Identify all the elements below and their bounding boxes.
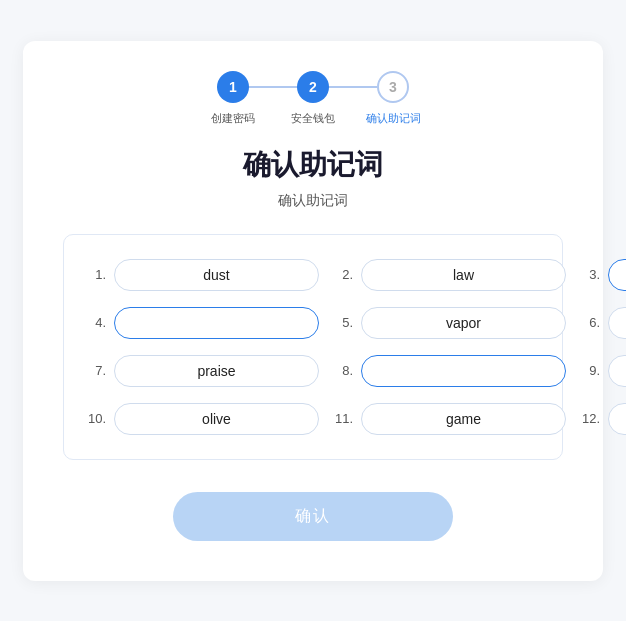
step-1-circle: 1 [217,71,249,103]
word-number-4: 4. [84,315,106,330]
word-input-6[interactable] [608,307,626,339]
word-item-2: 2. [331,259,566,291]
word-item-5: 5. [331,307,566,339]
word-number-2: 2. [331,267,353,282]
word-input-3[interactable] [608,259,626,291]
stepper-labels: 创建密码 安全钱包 确认助记词 [63,111,563,126]
step-2: 2 [297,71,329,103]
word-input-5[interactable] [361,307,566,339]
word-item-7: 7. [84,355,319,387]
main-card: 1 2 3 创建密码 安全钱包 确认助记词 确认助记词 确认助记词 1. 2. … [23,41,603,581]
word-number-3: 3. [578,267,600,282]
word-number-6: 6. [578,315,600,330]
step-3-label: 确认助记词 [353,111,433,126]
word-input-12[interactable] [608,403,626,435]
word-input-11[interactable] [361,403,566,435]
word-number-1: 1. [84,267,106,282]
word-input-2[interactable] [361,259,566,291]
step-1: 1 [217,71,249,103]
stepper: 1 2 3 [63,71,563,103]
step-3-circle: 3 [377,71,409,103]
word-number-12: 12. [578,411,600,426]
word-number-5: 5. [331,315,353,330]
step-line-2 [329,86,377,88]
word-item-8: 8. [331,355,566,387]
word-number-7: 7. [84,363,106,378]
step-1-label: 创建密码 [193,111,273,126]
word-number-8: 8. [331,363,353,378]
word-input-7[interactable] [114,355,319,387]
word-number-11: 11. [331,411,353,426]
word-item-6: 6. [578,307,626,339]
word-item-12: 12. [578,403,626,435]
word-input-4[interactable] [114,307,319,339]
word-number-10: 10. [84,411,106,426]
word-input-9[interactable] [608,355,626,387]
word-item-3: 3. [578,259,626,291]
word-item-1: 1. [84,259,319,291]
word-input-8[interactable] [361,355,566,387]
page-subtitle: 确认助记词 [63,192,563,210]
step-2-circle: 2 [297,71,329,103]
page-title: 确认助记词 [63,146,563,184]
word-item-9: 9. [578,355,626,387]
step-line-1 [249,86,297,88]
word-item-11: 11. [331,403,566,435]
word-input-1[interactable] [114,259,319,291]
confirm-button[interactable]: 确认 [173,492,453,541]
word-item-10: 10. [84,403,319,435]
words-grid: 1. 2. 3. 4. 5. 6. 7. 8. [63,234,563,460]
word-input-10[interactable] [114,403,319,435]
step-2-label: 安全钱包 [273,111,353,126]
word-number-9: 9. [578,363,600,378]
word-item-4: 4. [84,307,319,339]
step-3: 3 [377,71,409,103]
